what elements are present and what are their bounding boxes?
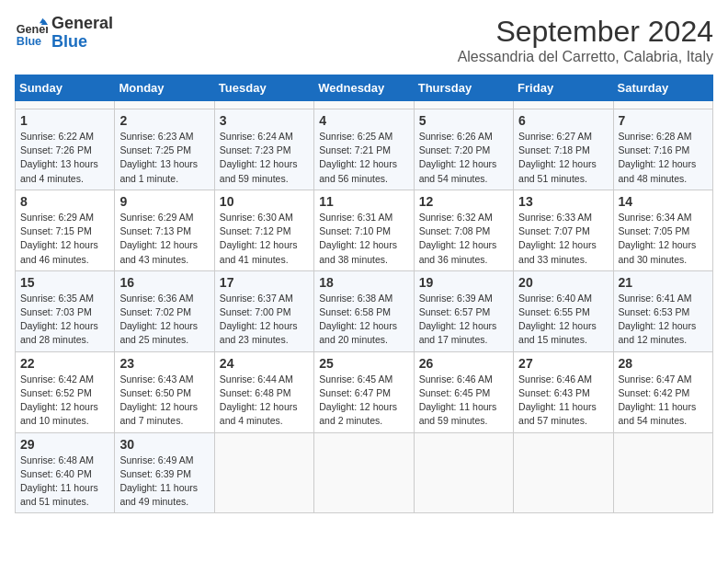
calendar-cell (613, 101, 712, 109)
calendar-cell: 2Sunrise: 6:23 AMSunset: 7:25 PMDaylight… (115, 109, 214, 190)
col-header-wednesday: Wednesday (314, 75, 414, 101)
day-detail: Sunrise: 6:47 AMSunset: 6:42 PMDaylight:… (619, 373, 708, 429)
day-detail: Sunrise: 6:28 AMSunset: 7:16 PMDaylight:… (619, 130, 708, 186)
col-header-tuesday: Tuesday (214, 75, 313, 101)
day-number: 16 (119, 275, 209, 290)
calendar-cell: 7Sunrise: 6:28 AMSunset: 7:16 PMDaylight… (613, 109, 712, 190)
week-row-1: 1Sunrise: 6:22 AMSunset: 7:26 PMDaylight… (16, 109, 713, 190)
day-detail: Sunrise: 6:46 AMSunset: 6:45 PMDaylight:… (419, 373, 508, 429)
calendar-cell (314, 432, 414, 513)
calendar-cell: 24Sunrise: 6:44 AMSunset: 6:48 PMDayligh… (214, 351, 313, 432)
day-number: 5 (419, 113, 508, 128)
calendar-title: September 2024 (458, 15, 713, 49)
calendar-cell: 14Sunrise: 6:34 AMSunset: 7:05 PMDayligh… (613, 190, 712, 270)
day-detail: Sunrise: 6:32 AMSunset: 7:08 PMDaylight:… (419, 211, 508, 267)
day-number: 6 (518, 113, 608, 128)
calendar-cell (214, 101, 313, 109)
calendar-cell (514, 101, 613, 109)
day-detail: Sunrise: 6:48 AMSunset: 6:40 PMDaylight:… (20, 454, 109, 510)
day-number: 21 (619, 275, 708, 290)
week-row-0 (16, 101, 713, 109)
day-number: 24 (220, 356, 309, 371)
day-number: 3 (220, 113, 309, 128)
day-number: 25 (319, 356, 408, 371)
day-number: 10 (220, 194, 309, 209)
day-number: 13 (518, 194, 608, 209)
calendar-cell (314, 101, 414, 109)
calendar-cell: 17Sunrise: 6:37 AMSunset: 7:00 PMDayligh… (214, 270, 313, 351)
day-number: 27 (518, 356, 608, 371)
day-detail: Sunrise: 6:38 AMSunset: 6:58 PMDaylight:… (319, 292, 408, 348)
logo: General Blue General Blue (15, 15, 113, 52)
calendar-cell (514, 432, 613, 513)
week-row-2: 8Sunrise: 6:29 AMSunset: 7:15 PMDaylight… (16, 190, 713, 270)
day-detail: Sunrise: 6:34 AMSunset: 7:05 PMDaylight:… (619, 211, 708, 267)
day-number: 15 (20, 275, 109, 290)
day-number: 26 (419, 356, 508, 371)
day-detail: Sunrise: 6:40 AMSunset: 6:55 PMDaylight:… (518, 292, 608, 348)
calendar-cell: 8Sunrise: 6:29 AMSunset: 7:15 PMDaylight… (16, 190, 115, 270)
calendar-header-row: SundayMondayTuesdayWednesdayThursdayFrid… (16, 75, 713, 101)
week-row-5: 29Sunrise: 6:48 AMSunset: 6:40 PMDayligh… (16, 432, 713, 513)
day-number: 1 (20, 113, 109, 128)
week-row-3: 15Sunrise: 6:35 AMSunset: 7:03 PMDayligh… (16, 270, 713, 351)
calendar-cell (414, 101, 513, 109)
day-detail: Sunrise: 6:37 AMSunset: 7:00 PMDaylight:… (220, 292, 309, 348)
day-detail: Sunrise: 6:39 AMSunset: 6:57 PMDaylight:… (419, 292, 508, 348)
day-detail: Sunrise: 6:43 AMSunset: 6:50 PMDaylight:… (119, 373, 209, 429)
calendar-cell: 18Sunrise: 6:38 AMSunset: 6:58 PMDayligh… (314, 270, 414, 351)
day-detail: Sunrise: 6:26 AMSunset: 7:20 PMDaylight:… (419, 130, 508, 186)
day-detail: Sunrise: 6:33 AMSunset: 7:07 PMDaylight:… (518, 211, 608, 267)
calendar-cell: 23Sunrise: 6:43 AMSunset: 6:50 PMDayligh… (115, 351, 214, 432)
calendar-table: SundayMondayTuesdayWednesdayThursdayFrid… (15, 75, 713, 513)
calendar-cell: 12Sunrise: 6:32 AMSunset: 7:08 PMDayligh… (414, 190, 513, 270)
page-header: General Blue General Blue September 2024… (15, 15, 713, 65)
day-detail: Sunrise: 6:25 AMSunset: 7:21 PMDaylight:… (319, 130, 408, 186)
calendar-cell: 20Sunrise: 6:40 AMSunset: 6:55 PMDayligh… (514, 270, 613, 351)
day-number: 2 (119, 113, 209, 128)
calendar-cell: 5Sunrise: 6:26 AMSunset: 7:20 PMDaylight… (414, 109, 513, 190)
day-number: 23 (119, 356, 209, 371)
calendar-cell: 3Sunrise: 6:24 AMSunset: 7:23 PMDaylight… (214, 109, 313, 190)
day-detail: Sunrise: 6:42 AMSunset: 6:52 PMDaylight:… (20, 373, 109, 429)
day-detail: Sunrise: 6:23 AMSunset: 7:25 PMDaylight:… (119, 130, 209, 186)
calendar-cell: 26Sunrise: 6:46 AMSunset: 6:45 PMDayligh… (414, 351, 513, 432)
day-number: 12 (419, 194, 508, 209)
day-number: 14 (619, 194, 708, 209)
week-row-4: 22Sunrise: 6:42 AMSunset: 6:52 PMDayligh… (16, 351, 713, 432)
day-detail: Sunrise: 6:29 AMSunset: 7:13 PMDaylight:… (119, 211, 209, 267)
day-number: 11 (319, 194, 408, 209)
logo-text: General Blue (51, 15, 113, 52)
calendar-cell: 30Sunrise: 6:49 AMSunset: 6:39 PMDayligh… (115, 432, 214, 513)
day-detail: Sunrise: 6:41 AMSunset: 6:53 PMDaylight:… (619, 292, 708, 348)
day-number: 29 (20, 437, 109, 452)
calendar-cell: 29Sunrise: 6:48 AMSunset: 6:40 PMDayligh… (16, 432, 115, 513)
calendar-cell (414, 432, 513, 513)
day-detail: Sunrise: 6:29 AMSunset: 7:15 PMDaylight:… (20, 211, 109, 267)
calendar-cell: 22Sunrise: 6:42 AMSunset: 6:52 PMDayligh… (16, 351, 115, 432)
day-number: 22 (20, 356, 109, 371)
calendar-cell: 6Sunrise: 6:27 AMSunset: 7:18 PMDaylight… (514, 109, 613, 190)
day-detail: Sunrise: 6:30 AMSunset: 7:12 PMDaylight:… (220, 211, 309, 267)
day-number: 4 (319, 113, 408, 128)
calendar-cell: 21Sunrise: 6:41 AMSunset: 6:53 PMDayligh… (613, 270, 712, 351)
day-detail: Sunrise: 6:35 AMSunset: 7:03 PMDaylight:… (20, 292, 109, 348)
col-header-monday: Monday (115, 75, 214, 101)
day-detail: Sunrise: 6:46 AMSunset: 6:43 PMDaylight:… (518, 373, 608, 429)
day-detail: Sunrise: 6:49 AMSunset: 6:39 PMDaylight:… (119, 454, 209, 510)
day-detail: Sunrise: 6:31 AMSunset: 7:10 PMDaylight:… (319, 211, 408, 267)
day-number: 19 (419, 275, 508, 290)
day-detail: Sunrise: 6:24 AMSunset: 7:23 PMDaylight:… (220, 130, 309, 186)
day-number: 18 (319, 275, 408, 290)
calendar-cell (613, 432, 712, 513)
calendar-cell: 11Sunrise: 6:31 AMSunset: 7:10 PMDayligh… (314, 190, 414, 270)
day-number: 17 (220, 275, 309, 290)
day-detail: Sunrise: 6:45 AMSunset: 6:47 PMDaylight:… (319, 373, 408, 429)
calendar-cell: 10Sunrise: 6:30 AMSunset: 7:12 PMDayligh… (214, 190, 313, 270)
calendar-cell: 13Sunrise: 6:33 AMSunset: 7:07 PMDayligh… (514, 190, 613, 270)
day-detail: Sunrise: 6:44 AMSunset: 6:48 PMDaylight:… (220, 373, 309, 429)
day-number: 7 (619, 113, 708, 128)
day-number: 8 (20, 194, 109, 209)
calendar-cell: 15Sunrise: 6:35 AMSunset: 7:03 PMDayligh… (16, 270, 115, 351)
calendar-cell (115, 101, 214, 109)
